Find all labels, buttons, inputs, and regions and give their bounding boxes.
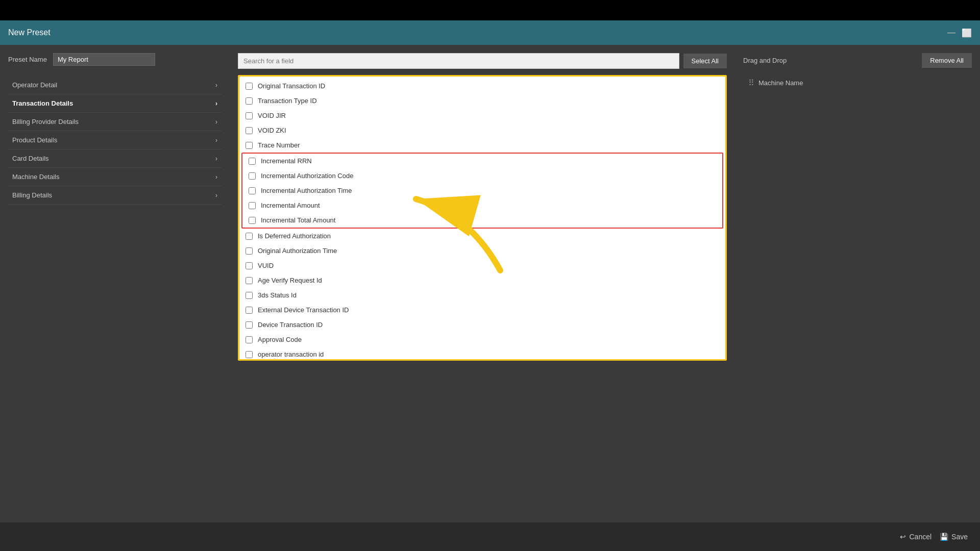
preset-name-input[interactable] (53, 53, 155, 66)
checkbox-void-zki[interactable] (246, 127, 253, 134)
field-item-transaction-type-id[interactable]: Transaction Type ID (239, 93, 725, 108)
bottom-bar: ↩ Cancel 💾 Save (0, 522, 980, 551)
window-title: New Preset (8, 28, 51, 37)
select-all-button[interactable]: Select All (683, 54, 727, 68)
sidebar-item-card-details[interactable]: Card Details › (8, 149, 222, 168)
field-list-container[interactable]: Original Transaction ID Transaction Type… (238, 75, 727, 361)
field-item-void-zki[interactable]: VOID ZKI (239, 123, 725, 138)
save-icon: 💾 (940, 533, 948, 541)
checkbox-incremental-auth-code[interactable] (249, 172, 256, 180)
minimize-button[interactable]: — (947, 28, 955, 38)
field-item-vuid[interactable]: VUID (239, 258, 725, 273)
red-highlighted-section: Incremental RRN Incremental Authorizatio… (241, 153, 723, 229)
sidebar-item-transaction-details[interactable]: Transaction Details › (8, 94, 222, 113)
sidebar-item-billing-details[interactable]: Billing Details › (8, 186, 222, 205)
main-content: Preset Name Operator Detail › Transactio… (0, 45, 980, 522)
field-item-3ds-status-id[interactable]: 3ds Status Id (239, 288, 725, 303)
checkbox-external-device-transaction-id[interactable] (246, 307, 253, 314)
checkbox-operator-transaction-id[interactable] (246, 351, 253, 358)
field-item-external-device-transaction-id[interactable]: External Device Transaction ID (239, 303, 725, 317)
field-item-age-verify-request-id[interactable]: Age Verify Request Id (239, 273, 725, 288)
chevron-icon: › (215, 137, 217, 144)
sidebar-item-machine-details[interactable]: Machine Details › (8, 168, 222, 186)
field-item-device-transaction-id[interactable]: Device Transaction ID (239, 317, 725, 332)
sidebar-item-billing-provider-details[interactable]: Billing Provider Details › (8, 113, 222, 131)
field-item-incremental-total-amount[interactable]: Incremental Total Amount (242, 213, 722, 228)
field-item-incremental-amount[interactable]: Incremental Amount (242, 198, 722, 213)
sidebar-item-product-details[interactable]: Product Details › (8, 131, 222, 149)
chevron-icon: › (215, 192, 217, 199)
checkbox-incremental-amount[interactable] (249, 202, 256, 209)
chevron-icon: › (215, 100, 217, 107)
field-item-void-jir[interactable]: VOID JIR (239, 108, 725, 123)
sidebar-item-operator-detail[interactable]: Operator Detail › (8, 76, 222, 94)
field-item-trace-number[interactable]: Trace Number (239, 138, 725, 153)
checkbox-vuid[interactable] (246, 262, 253, 269)
field-item-incremental-auth-time[interactable]: Incremental Authorization Time (242, 183, 722, 198)
field-item-incremental-auth-code[interactable]: Incremental Authorization Code (242, 168, 722, 183)
preset-name-row: Preset Name (8, 53, 222, 66)
search-row: Select All (238, 53, 727, 69)
checkbox-original-transaction-id[interactable] (246, 83, 253, 90)
field-item-original-auth-time[interactable]: Original Authorization Time (239, 243, 725, 258)
cancel-icon: ↩ (900, 533, 906, 541)
field-item-original-transaction-id[interactable]: Original Transaction ID (239, 79, 725, 93)
search-input[interactable] (238, 53, 679, 69)
chevron-icon: › (215, 118, 217, 126)
checkbox-trace-number[interactable] (246, 142, 253, 149)
sidebar-items-list: Operator Detail › Transaction Details › … (8, 76, 222, 205)
field-item-incremental-rrn[interactable]: Incremental RRN (242, 154, 722, 168)
checkbox-device-transaction-id[interactable] (246, 321, 253, 329)
drag-drop-header: Drag and Drop Remove All (743, 53, 972, 68)
chevron-icon: › (215, 155, 217, 162)
field-item-approval-code[interactable]: Approval Code (239, 332, 725, 347)
checkbox-approval-code[interactable] (246, 336, 253, 343)
drag-item-machine-name[interactable]: ⠿ Machine Name (743, 74, 972, 92)
field-item-is-deferred-auth[interactable]: Is Deferred Authorization (239, 229, 725, 243)
chevron-icon: › (215, 82, 217, 89)
preset-name-label: Preset Name (8, 56, 47, 63)
cancel-button[interactable]: ↩ Cancel (900, 533, 932, 541)
title-bar: New Preset — ⬜ (0, 20, 980, 45)
field-selector: Select All Original Transaction ID Trans… (230, 45, 735, 522)
chevron-icon: › (215, 173, 217, 181)
checkbox-3ds-status-id[interactable] (246, 292, 253, 299)
checkbox-incremental-rrn[interactable] (249, 158, 256, 165)
checkbox-incremental-total-amount[interactable] (249, 217, 256, 224)
field-item-operator-transaction-id[interactable]: operator transaction id (239, 347, 725, 361)
remove-all-button[interactable]: Remove All (922, 53, 972, 68)
drag-drop-area: Drag and Drop Remove All ⠿ Machine Name (735, 45, 980, 522)
window-controls: — ⬜ (947, 28, 972, 38)
checkbox-is-deferred-auth[interactable] (246, 233, 253, 240)
top-bar (0, 0, 980, 20)
sidebar: Preset Name Operator Detail › Transactio… (0, 45, 230, 522)
checkbox-original-auth-time[interactable] (246, 247, 253, 255)
maximize-button[interactable]: ⬜ (962, 28, 972, 38)
save-button[interactable]: 💾 Save (940, 533, 968, 541)
checkbox-incremental-auth-time[interactable] (249, 187, 256, 194)
checkbox-transaction-type-id[interactable] (246, 97, 253, 105)
drag-drop-title: Drag and Drop (743, 57, 787, 64)
drag-handle-icon: ⠿ (748, 78, 754, 88)
checkbox-age-verify-request-id[interactable] (246, 277, 253, 284)
checkbox-void-jir[interactable] (246, 112, 253, 119)
